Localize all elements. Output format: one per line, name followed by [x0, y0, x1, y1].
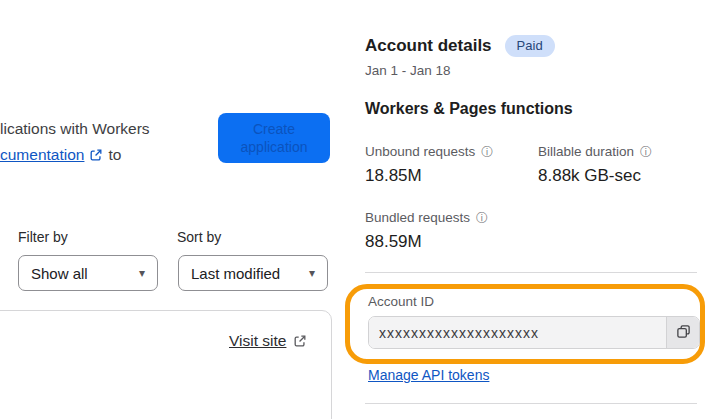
stat-label: Bundled requests: [365, 210, 470, 225]
date-range: Jan 1 - Jan 18: [365, 63, 451, 78]
filter-dropdown-value: Show all: [31, 265, 88, 282]
intro-suffix: to: [108, 142, 121, 168]
external-link-icon: [89, 148, 103, 162]
stat-unbound-requests: Unbound requests ⓘ 18.85M: [365, 144, 538, 186]
intro-text: lications with Workers cumentation to: [0, 116, 150, 168]
info-icon[interactable]: ⓘ: [481, 146, 493, 158]
functions-section-title: Workers & Pages functions: [365, 100, 573, 118]
workers-pages-dashboard: lications with Workers cumentation to Cr…: [0, 0, 718, 419]
copy-account-id-button[interactable]: [666, 317, 699, 348]
usage-stats: Unbound requests ⓘ 18.85M Billable durat…: [365, 144, 705, 252]
create-application-button[interactable]: Create application: [218, 113, 330, 163]
filter-dropdown[interactable]: Show all ▾: [18, 255, 158, 291]
stat-value: 88.59M: [365, 232, 538, 252]
manage-api-tokens-link[interactable]: Manage API tokens: [368, 367, 489, 383]
account-id-field-group: [368, 316, 700, 349]
documentation-link[interactable]: cumentation: [0, 142, 84, 168]
intro-line-1: lications with Workers: [0, 116, 150, 142]
copy-icon: [676, 324, 691, 342]
info-icon[interactable]: ⓘ: [640, 146, 652, 158]
project-card: [0, 310, 332, 419]
divider: [365, 272, 697, 273]
stat-label: Unbound requests: [365, 144, 475, 159]
paid-plan-badge: Paid: [505, 35, 555, 57]
filter-by-label: Filter by: [18, 229, 68, 245]
stat-value: 8.88k GB-sec: [538, 166, 705, 186]
sort-dropdown-value: Last modified: [191, 265, 280, 282]
sort-by-label: Sort by: [177, 229, 221, 245]
stat-billable-duration: Billable duration ⓘ 8.88k GB-sec: [538, 144, 705, 186]
intro-line-2: cumentation to: [0, 142, 150, 168]
divider: [365, 403, 697, 404]
stat-label: Billable duration: [538, 144, 634, 159]
sort-dropdown[interactable]: Last modified ▾: [178, 255, 328, 291]
info-icon[interactable]: ⓘ: [476, 212, 488, 224]
account-details-header: Account details Paid: [365, 35, 555, 57]
chevron-down-icon: ▾: [139, 266, 145, 280]
chevron-down-icon: ▾: [309, 266, 315, 280]
account-details-title: Account details: [365, 36, 492, 56]
stat-bundled-requests: Bundled requests ⓘ 88.59M: [365, 210, 538, 252]
account-id-input[interactable]: [369, 317, 666, 348]
visit-site-row: Visit site: [229, 332, 307, 350]
visit-site-link[interactable]: Visit site: [229, 332, 286, 350]
stat-value: 18.85M: [365, 166, 538, 186]
account-id-label: Account ID: [368, 294, 434, 309]
external-link-icon: [293, 334, 307, 348]
